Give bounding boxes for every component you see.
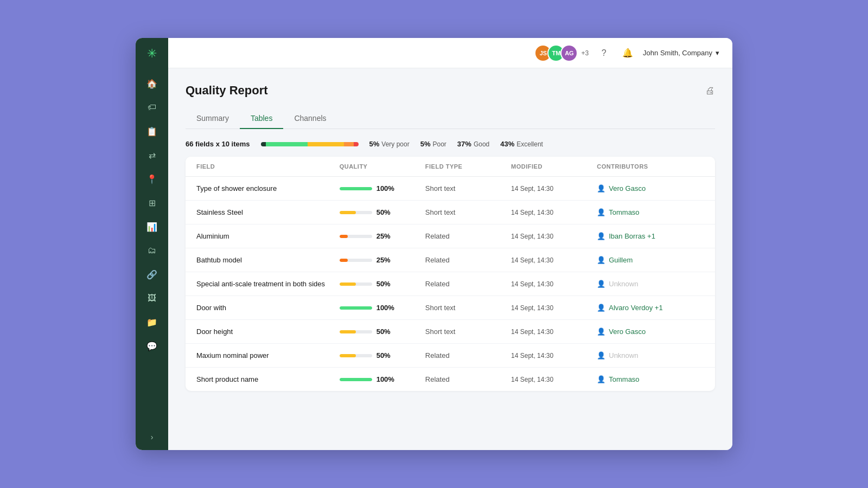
quality-pct-8: 100% xyxy=(376,375,394,383)
table-row[interactable]: Short product name100%Related14 Sept, 14… xyxy=(186,368,715,391)
stat-excellent: 43% Excellent xyxy=(500,140,543,148)
cell-field-5: Door with xyxy=(196,304,340,312)
sidebar-icon-layers[interactable]: 🗂 xyxy=(142,241,162,260)
quality-pct-5: 100% xyxy=(376,304,394,312)
cell-field-6: Door height xyxy=(196,328,340,336)
quality-pct-3: 25% xyxy=(376,256,391,264)
sidebar-icon-folder[interactable]: 📁 xyxy=(142,312,162,332)
cell-modified-4: 14 Sept, 14:30 xyxy=(511,280,597,288)
help-icon[interactable]: ? xyxy=(595,44,612,62)
table-row[interactable]: Maxium nominal power50%Related14 Sept, 1… xyxy=(186,344,715,368)
cell-quality-7: 50% xyxy=(340,351,425,359)
person-icon-7: 👤 xyxy=(597,351,605,359)
pb-excellent xyxy=(266,142,308,146)
col-quality: QUALITY xyxy=(340,163,425,170)
table-row[interactable]: Door height50%Short text14 Sept, 14:30👤V… xyxy=(186,320,715,344)
cell-quality-1: 50% xyxy=(340,208,425,216)
app-window: ✳ 🏠 🏷 📋 ⇄ 📍 ⊞ 📊 🗂 🔗 🖼 📁 💬 › JS TM AG +3 … xyxy=(136,38,732,450)
quality-pct-2: 25% xyxy=(376,232,391,240)
sidebar-icon-flow[interactable]: ⇄ xyxy=(142,145,162,165)
sidebar-icon-grid[interactable]: ⊞ xyxy=(142,193,162,213)
cell-contributor-5: 👤Alvaro Verdoy +1 xyxy=(597,304,704,312)
quality-pct-4: 50% xyxy=(376,280,391,288)
sidebar-icon-home[interactable]: 🏠 xyxy=(142,74,162,93)
cell-contributor-2: 👤Iban Borras +1 xyxy=(597,232,704,240)
stat-very-poor-label: Very poor xyxy=(381,140,409,148)
table-row[interactable]: Door with100%Short text14 Sept, 14:30👤Al… xyxy=(186,296,715,320)
quality-pct-0: 100% xyxy=(376,184,394,192)
sidebar-icon-location[interactable]: 📍 xyxy=(142,169,162,189)
cell-contributor-0: 👤Vero Gasco xyxy=(597,184,704,192)
contributor-name-6: Vero Gasco xyxy=(609,328,646,336)
table-row[interactable]: Special anti-scale treatment in both sid… xyxy=(186,272,715,296)
sidebar-icon-chart[interactable]: 📊 xyxy=(142,217,162,236)
cell-type-0: Short text xyxy=(425,184,511,192)
tab-summary[interactable]: Summary xyxy=(186,108,240,129)
cell-type-2: Related xyxy=(425,232,511,240)
col-modified: MODIFIED xyxy=(511,163,597,170)
sidebar-icon-image[interactable]: 🖼 xyxy=(142,288,162,308)
cell-type-6: Short text xyxy=(425,328,511,336)
header: JS TM AG +3 ? 🔔 John Smith, Company ▾ xyxy=(168,38,732,68)
bell-icon[interactable]: 🔔 xyxy=(619,44,636,62)
cell-contributor-8: 👤Tommaso xyxy=(597,375,704,383)
col-field-type: FIELD TYPE xyxy=(425,163,511,170)
contributor-name-1: Tommaso xyxy=(609,208,639,216)
table-row[interactable]: Bathtub model25%Related14 Sept, 14:30👤Gu… xyxy=(186,248,715,272)
sidebar-icon-chat[interactable]: 💬 xyxy=(142,336,162,356)
print-button[interactable]: 🖨 xyxy=(705,85,715,97)
user-name: John Smith, Company xyxy=(643,49,712,57)
sidebar-icon-clipboard[interactable]: 📋 xyxy=(142,121,162,141)
stat-good: 37% Good xyxy=(457,140,489,148)
sidebar-icon-tags[interactable]: 🏷 xyxy=(142,98,162,117)
col-contributors: CONTRIBUTORS xyxy=(597,163,704,170)
cell-field-8: Short product name xyxy=(196,375,340,383)
contributor-name-5: Alvaro Verdoy +1 xyxy=(609,304,662,312)
person-icon-4: 👤 xyxy=(597,280,605,288)
cell-contributor-1: 👤Tommaso xyxy=(597,208,704,216)
cell-quality-8: 100% xyxy=(340,375,425,383)
table-row[interactable]: Type of shower enclosure100%Short text14… xyxy=(186,177,715,201)
tab-tables[interactable]: Tables xyxy=(240,108,283,129)
person-icon-2: 👤 xyxy=(597,232,605,240)
quality-pct-1: 50% xyxy=(376,208,391,216)
pb-very-poor xyxy=(261,142,266,146)
cell-field-3: Bathtub model xyxy=(196,256,340,264)
user-menu[interactable]: John Smith, Company ▾ xyxy=(643,49,719,57)
stat-good-pct: 37% xyxy=(457,140,471,148)
user-chevron-icon: ▾ xyxy=(716,49,719,57)
tab-channels[interactable]: Channels xyxy=(283,108,337,129)
pb-very-poor-2 xyxy=(354,142,359,146)
person-icon-1: 👤 xyxy=(597,208,605,216)
cell-field-4: Special anti-scale treatment in both sid… xyxy=(196,280,340,288)
cell-contributor-3: 👤Guillem xyxy=(597,256,704,264)
contributor-name-4: Unknown xyxy=(609,280,638,288)
cell-field-7: Maxium nominal power xyxy=(196,351,340,359)
page: Quality Report 🖨 Summary Tables Channels… xyxy=(168,68,732,450)
cell-quality-0: 100% xyxy=(340,184,425,192)
stat-poor-label: Poor xyxy=(432,140,446,148)
cell-modified-1: 14 Sept, 14:30 xyxy=(511,209,597,216)
cell-modified-6: 14 Sept, 14:30 xyxy=(511,328,597,336)
table-row[interactable]: Aluminium25%Related14 Sept, 14:30👤Iban B… xyxy=(186,224,715,248)
sidebar-collapse-button[interactable]: › xyxy=(151,433,154,441)
sidebar-icon-link[interactable]: 🔗 xyxy=(142,265,162,284)
contributor-name-0: Vero Gasco xyxy=(609,184,646,192)
cell-modified-8: 14 Sept, 14:30 xyxy=(511,376,597,383)
cell-quality-5: 100% xyxy=(340,304,425,312)
person-icon-5: 👤 xyxy=(597,304,605,312)
cell-contributor-4: 👤Unknown xyxy=(597,280,704,288)
cell-quality-3: 25% xyxy=(340,256,425,264)
stat-poor-pct: 5% xyxy=(420,140,431,148)
person-icon-3: 👤 xyxy=(597,256,605,264)
pb-good xyxy=(308,142,344,146)
cell-quality-6: 50% xyxy=(340,328,425,336)
cell-type-7: Related xyxy=(425,351,511,359)
table-row[interactable]: Stainless Steel50%Short text14 Sept, 14:… xyxy=(186,201,715,224)
quality-table: FIELD QUALITY FIELD TYPE MODIFIED CONTRI… xyxy=(186,157,715,391)
stats-fields-label: 66 fields x 10 items xyxy=(186,140,250,148)
contributor-name-8: Tommaso xyxy=(609,375,639,383)
progress-bar xyxy=(261,142,359,146)
cell-quality-2: 25% xyxy=(340,232,425,240)
person-icon-6: 👤 xyxy=(597,328,605,336)
